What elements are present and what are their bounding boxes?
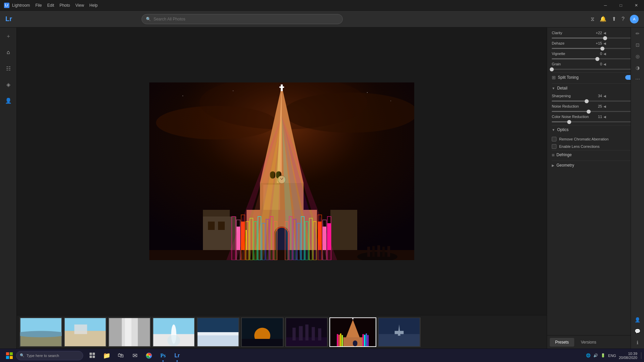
sliders-panel: Clarity +22 ◀ Dehaze +15 ◀ (547, 27, 644, 335)
svg-rect-36 (279, 86, 284, 88)
presets-tab[interactable]: Presets (550, 338, 574, 347)
grain-track[interactable] (552, 69, 639, 70)
menu-view[interactable]: View (75, 3, 84, 8)
menu-help[interactable]: Help (90, 3, 98, 8)
noise-reduction-fill (552, 111, 589, 112)
detail-section[interactable]: ▼ Detail (552, 83, 639, 93)
dehaze-track[interactable] (552, 48, 639, 49)
lens-corrections-label: Enable Lens Corrections (559, 144, 599, 148)
color-noise-thumb[interactable] (567, 120, 571, 124)
noise-reduction-row: Noise Reduction 25 ◀ (552, 104, 639, 108)
menu-file[interactable]: File (35, 3, 42, 8)
svg-rect-138 (90, 356, 92, 358)
svg-rect-50 (218, 222, 225, 230)
taskbar-sound-icon[interactable]: 🔊 (593, 353, 598, 358)
clarity-track[interactable] (552, 38, 639, 39)
noise-reduction-arrow[interactable]: ◀ (603, 105, 606, 108)
vignette-track[interactable] (552, 58, 639, 59)
filter-icon[interactable]: ⧖ (591, 16, 594, 22)
taskbar-language[interactable]: ENG (608, 354, 616, 358)
dehaze-arrow[interactable]: ◀ (603, 42, 606, 45)
clarity-thumb[interactable] (603, 36, 607, 40)
optics-section[interactable]: ▼ Optics (552, 125, 639, 134)
taskbar-search[interactable]: 🔍 Type here to search (16, 351, 83, 360)
filmstrip-thumb-7[interactable] (285, 317, 328, 347)
profile-icon[interactable]: A (630, 15, 639, 23)
lens-corrections-row: Enable Lens Corrections (552, 143, 639, 150)
filmstrip-thumb-2[interactable] (64, 317, 107, 347)
filmstrip-thumb-9[interactable] (378, 317, 421, 347)
sharpening-thumb[interactable] (585, 99, 589, 103)
heal-icon[interactable]: ◎ (636, 54, 640, 59)
noise-reduction-track[interactable] (552, 111, 639, 112)
maximize-button[interactable]: □ (613, 0, 629, 11)
dots-icon[interactable]: ⋯ (635, 76, 640, 82)
taskbar-app-task-view[interactable] (86, 349, 99, 362)
filmstrip-thumb-6[interactable] (241, 317, 284, 347)
chromatic-aberration-checkbox[interactable] (552, 137, 556, 141)
filmstrip-thumb-8[interactable] (329, 317, 376, 347)
sidebar-library-icon[interactable]: ☷ (4, 64, 13, 73)
sharpening-arrow[interactable]: ◀ (603, 94, 606, 98)
filmstrip-thumb-3[interactable] (108, 317, 151, 347)
start-button[interactable] (3, 351, 16, 361)
menu-photo[interactable]: Photo (59, 3, 70, 8)
taskbar-battery-icon[interactable]: 🔋 (601, 353, 605, 358)
vignette-arrow[interactable]: ◀ (603, 52, 606, 56)
split-toning-label: Split Toning (558, 75, 625, 80)
svg-rect-55 (377, 245, 380, 257)
help-icon[interactable]: ? (622, 16, 625, 22)
geometry-section[interactable]: ▶ Geometry (552, 161, 639, 170)
crop-icon[interactable]: ⊡ (636, 42, 640, 48)
person-mask-icon[interactable]: 👤 (635, 317, 640, 322)
sidebar-add-icon[interactable]: ＋ (4, 32, 13, 41)
gradient-icon[interactable]: ◑ (636, 65, 640, 70)
edit-panel-icon[interactable]: ✏ (636, 31, 640, 36)
grain-arrow[interactable]: ◀ (603, 62, 606, 66)
vignette-thumb[interactable] (595, 57, 599, 61)
taskbar-time[interactable]: 10:39 20/08/2020 (619, 352, 637, 360)
taskbar-app-mail[interactable]: ✉ (128, 349, 142, 362)
show-desktop-button[interactable] (640, 352, 641, 359)
comment-icon[interactable]: 💬 (635, 328, 640, 334)
info-icon[interactable]: ℹ (637, 340, 638, 345)
sidebar-albums-icon[interactable]: ◈ (4, 80, 13, 89)
taskbar-app-chrome[interactable] (142, 349, 156, 362)
noise-reduction-thumb[interactable] (587, 110, 591, 114)
upload-icon[interactable]: ⬆ (612, 16, 616, 22)
sidebar-people-icon[interactable]: 👤 (4, 96, 13, 105)
svg-rect-49 (208, 222, 215, 230)
svg-rect-53 (367, 247, 370, 257)
versions-tab[interactable]: Versions (576, 338, 602, 347)
minimize-button[interactable]: ─ (598, 0, 613, 11)
filmstrip-thumb-5[interactable] (197, 317, 239, 347)
title-bar: Lr Lightroom File Edit Photo View Help ─… (0, 0, 644, 11)
sidebar-home-icon[interactable]: ⌂ (4, 48, 13, 57)
svg-rect-122 (363, 334, 364, 346)
lens-corrections-checkbox[interactable] (552, 144, 556, 149)
taskbar-app-store[interactable]: 🛍 (114, 349, 127, 362)
color-noise-track[interactable] (552, 121, 639, 122)
clarity-label: Clarity (552, 31, 589, 35)
bell-icon[interactable]: 🔔 (600, 16, 606, 22)
photo-viewer (17, 27, 547, 315)
close-button[interactable]: ✕ (629, 0, 644, 11)
taskbar-app-explorer[interactable]: 📁 (100, 349, 113, 362)
filmstrip-thumb-4[interactable] (152, 317, 195, 347)
taskbar-app-ps[interactable]: Ps (156, 349, 170, 362)
filmstrip-thumb-1[interactable] (19, 317, 62, 347)
color-noise-arrow[interactable]: ◀ (603, 115, 606, 119)
dehaze-thumb[interactable] (600, 47, 604, 51)
search-input[interactable] (154, 17, 338, 21)
taskbar-search-text: Type here to search (26, 354, 59, 358)
grain-thumb[interactable] (550, 67, 554, 71)
defringe-section[interactable]: ⊞ Defringe ◀ (552, 150, 639, 159)
search-box[interactable]: 🔍 (142, 14, 343, 24)
split-toning-section[interactable]: ⊞ Split Toning ◀ (552, 72, 639, 82)
taskbar-network-icon[interactable]: 🌐 (586, 353, 591, 358)
sharpening-track[interactable] (552, 101, 639, 102)
clarity-arrow[interactable]: ◀ (603, 31, 606, 35)
taskbar-app-lr[interactable]: Lr (170, 349, 184, 362)
dehaze-row: Dehaze +15 ◀ (552, 41, 639, 45)
menu-edit[interactable]: Edit (47, 3, 54, 8)
